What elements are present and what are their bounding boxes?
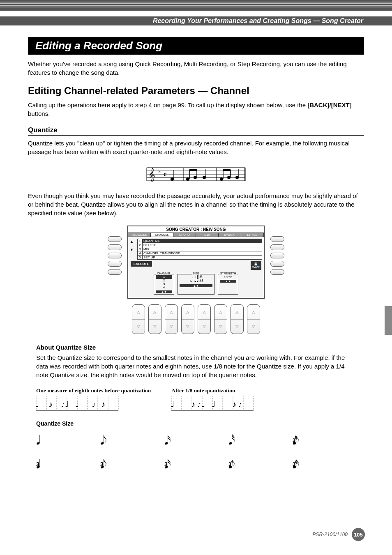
rocker-2[interactable]: △▽ (148, 304, 161, 334)
footer-model: PSR-2100/1100 (313, 532, 348, 537)
rocker-3[interactable]: △▽ (165, 304, 178, 334)
note-sixteenth-plus-sixteenth-triplet-icon: 𝅘𝅥𝅯𝅘𝅥𝅯3 (293, 455, 348, 474)
note-eighth-triplet-icon: 𝅘𝅥𝅮3 (100, 455, 156, 474)
page-content: Editing a Recorded Song Whether you've r… (28, 37, 364, 474)
svg-rect-26 (223, 169, 231, 171)
note-eighth-plus-triplet-icon: 𝅘𝅥𝅮𝅘𝅥𝅮3 (228, 455, 284, 474)
h2-body-post: buttons. (28, 110, 50, 117)
svg-point-27 (235, 176, 239, 179)
side-button-j[interactable] (270, 269, 284, 275)
section-title: Editing a Recorded Song (28, 37, 364, 55)
side-button-e[interactable] (108, 269, 122, 275)
section-title-text: Editing a Recorded Song (35, 39, 162, 52)
lcd-tab[interactable]: 1-16 (196, 233, 219, 237)
strength-label: STRENGTH (219, 272, 237, 275)
execute-button[interactable]: EXECUTE (131, 261, 152, 267)
size-label: SIZE (192, 272, 200, 275)
note-eighth-icon: 𝅘𝅥𝅮 (100, 431, 156, 450)
svg-point-17 (194, 176, 197, 179)
side-button-d[interactable] (108, 261, 122, 267)
svg-text:♪: ♪ (238, 400, 242, 409)
side-thumb-tab (385, 306, 392, 335)
side-button-h[interactable] (270, 253, 284, 258)
lcd-screenshot: SONG CREATOR : NEW SONG REC MODECHANNELC… (108, 226, 284, 334)
lcd-menu-item[interactable]: 3MIX (138, 247, 262, 251)
bottom-rocker-buttons: △▽ △▽ △▽ △▽ △▽ △▽ △▽ △▽ (127, 304, 265, 334)
footer-page-number: 105 (352, 528, 365, 541)
rocker-1[interactable]: △▽ (132, 304, 145, 334)
h2-channel: Editing Channel-related Parameters — Cha… (28, 85, 364, 97)
svg-text:♪: ♪ (197, 400, 201, 409)
lcd-menu-item[interactable]: 5SET UP (138, 256, 262, 259)
example-after-title: After 1/8 note quantization (171, 387, 258, 394)
lcd-title: SONG CREATOR : NEW SONG (128, 226, 264, 233)
svg-text:𝄴: 𝄴 (163, 170, 167, 179)
quantize-size-title: Quantize Size (36, 420, 356, 427)
channel-param: CHANNEL 1234 ▲▼ (154, 274, 174, 295)
note-quarter-triplet-icon: 𝅘𝅥3 (36, 455, 92, 474)
rocker-6[interactable]: △▽ (214, 304, 227, 334)
page-footer: PSR-2100/1100 105 (313, 528, 365, 541)
svg-text:♪: ♪ (232, 400, 236, 409)
header-stripes (0, 0, 392, 11)
svg-text:♩: ♩ (171, 400, 174, 409)
right-side-buttons (270, 226, 284, 275)
lcd-tab[interactable]: CHORD (173, 233, 196, 237)
svg-point-22 (220, 177, 223, 181)
svg-text:♩: ♩ (212, 400, 215, 409)
size-arrows[interactable]: ▲▼ (180, 284, 212, 287)
strength-arrows[interactable]: ▲▼ (220, 280, 236, 283)
about-title: About Quantize Size (36, 344, 356, 351)
rocker-8[interactable]: △▽ (247, 304, 260, 334)
svg-text:♪: ♪ (61, 400, 65, 409)
lcd-tab[interactable]: SYS/EX. (219, 233, 241, 237)
svg-text:𝄞: 𝄞 (148, 168, 155, 182)
svg-text:♩: ♩ (75, 400, 79, 409)
lcd-menu-item[interactable]: 1QUANTIZE (138, 239, 262, 243)
lcd-menu-item[interactable]: 4CHANNEL TRANSPOSE (138, 251, 262, 256)
note-quarter-icon: 𝅘𝅥 (36, 431, 92, 450)
rocker-5[interactable]: △▽ (198, 304, 211, 334)
note-sixteenth-triplet-icon: 𝅘𝅥𝅯3 (164, 455, 220, 474)
note-sixteenth-icon: 𝅘𝅥𝅯 (164, 431, 220, 450)
about-body: Set the Quantize size to correspond to t… (36, 353, 356, 379)
save-label: SAVE (252, 266, 260, 269)
chapter-header-bar: Recording Your Performances and Creating… (0, 16, 392, 25)
channel-arrows[interactable]: ▲▼ (156, 290, 172, 293)
svg-rect-19 (189, 169, 197, 171)
about-quantize-size: About Quantize Size Set the Quantize siz… (28, 344, 364, 474)
example-before-title: One measure of eighth notes before quant… (36, 387, 151, 394)
svg-point-20 (203, 176, 206, 179)
side-button-f[interactable] (270, 236, 284, 242)
lcd-tab[interactable]: CHANNEL (151, 233, 173, 237)
lcd-menu-item[interactable]: 2DELETE (138, 243, 262, 247)
rocker-7[interactable]: △▽ (231, 304, 244, 334)
note-thirtysecond-icon: 𝅘𝅥𝅰 (228, 431, 284, 450)
up-arrow-icon: ▲ (130, 240, 136, 244)
intro-paragraph: Whether you've recorded a song using Qui… (28, 60, 364, 77)
left-side-buttons (108, 226, 122, 275)
save-button[interactable]: 💾SAVE (251, 261, 261, 270)
side-button-a[interactable] (108, 236, 122, 242)
h2-body-bold: [BACK]/[NEXT] (307, 101, 351, 108)
svg-text:♪: ♪ (48, 400, 53, 409)
side-button-b[interactable] (108, 244, 122, 250)
side-button-i[interactable] (270, 261, 284, 267)
side-button-g[interactable] (270, 244, 284, 250)
channel-label: CHANNEL (156, 272, 171, 275)
before-quantize-graphic: ♩♪♪♩♩♪♪ (36, 396, 122, 413)
quantize-size-grid: 𝅘𝅥 𝅘𝅥𝅮 𝅘𝅥𝅯 𝅘𝅥𝅰 𝅘𝅥𝅮𝅘𝅥𝅰3 𝅘𝅥3 𝅘𝅥𝅮3 𝅘𝅥𝅯3 𝅘𝅥𝅮… (36, 431, 348, 474)
lcd-tabs: REC MODECHANNELCHORD1-16SYS/EX.LYRICS (128, 233, 264, 237)
lcd-tab[interactable]: LYRICS (241, 233, 264, 237)
lcd-tab[interactable]: REC MODE (128, 233, 151, 237)
strength-param: STRENGTH 100% ▲▼ (218, 274, 238, 295)
rocker-4[interactable]: △▽ (181, 304, 194, 334)
lcd-menu: 1QUANTIZE2DELETE3MIX4CHANNEL TRANSPOSE5S… (137, 239, 262, 260)
size-param: SIZE ♩ ♪ 𝅘𝅥𝅯 𝅘𝅥𝅰 𝅘𝅥𝅱 ♩₃ ♪₃ 𝅘𝅥𝅯₃ 𝅘𝅥𝅰₃ 𝅘𝅥𝅱… (178, 274, 214, 295)
svg-text:♩: ♩ (36, 400, 39, 409)
music-notation-example: 𝄞 ♭ 𝄴 (143, 164, 249, 184)
svg-text:♩: ♩ (201, 400, 205, 409)
h2-body: Calling up the operations here apply to … (28, 101, 364, 118)
svg-point-13 (171, 177, 174, 181)
side-button-c[interactable] (108, 253, 122, 258)
